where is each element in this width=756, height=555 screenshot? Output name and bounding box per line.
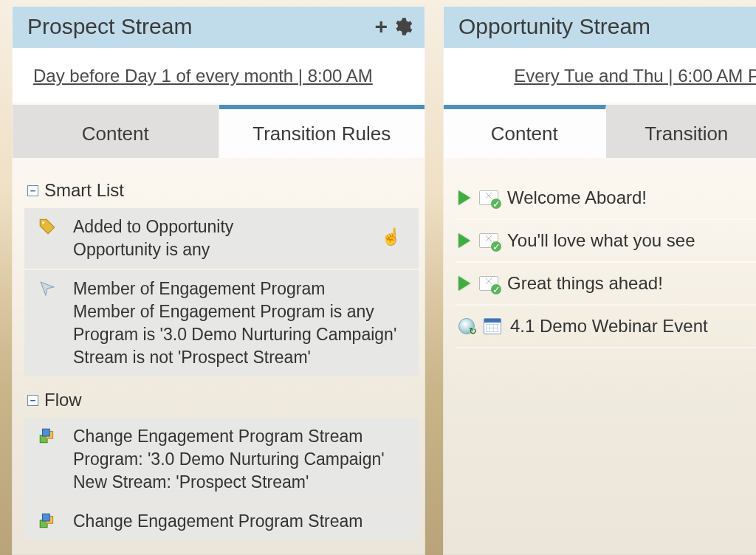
- cadence-bar[interactable]: Every Tue and Thu | 6:00 AM P: [444, 48, 756, 105]
- gear-icon[interactable]: [392, 16, 413, 37]
- content-list: Welcome Aboard! You'll love what you see…: [444, 158, 756, 554]
- tab-transition-rules[interactable]: Transition: [606, 105, 757, 158]
- section-heading: Smart List: [44, 180, 124, 201]
- stream-header: Prospect Stream +: [13, 7, 425, 48]
- cadence-text[interactable]: Day before Day 1 of every month | 8:00 A…: [33, 66, 373, 86]
- step-text: Change Engagement Program Stream: [73, 510, 410, 533]
- play-icon: [458, 276, 470, 291]
- content-item-label: 4.1 Demo Webinar Event: [510, 316, 708, 337]
- content-item-label: Great things ahead!: [507, 273, 663, 294]
- flow-step[interactable]: Change Engagement Program Stream Program…: [24, 418, 419, 501]
- smart-list-rule[interactable]: Added to Opportunity Opportunity is any …: [24, 208, 419, 269]
- collapse-icon[interactable]: −: [27, 185, 38, 196]
- content-item[interactable]: 4.1 Demo Webinar Event: [456, 306, 756, 348]
- tabs: Content Transition: [444, 105, 756, 158]
- play-icon: [458, 190, 470, 205]
- content-item-label: Welcome Aboard!: [507, 187, 647, 208]
- svg-rect-6: [43, 514, 50, 522]
- collapse-icon[interactable]: −: [27, 395, 38, 406]
- cadence-bar[interactable]: Day before Day 1 of every month | 8:00 A…: [13, 48, 425, 105]
- stream-title: Prospect Stream: [27, 14, 192, 39]
- flow-step[interactable]: Change Engagement Program Stream: [24, 503, 419, 540]
- email-icon: [479, 276, 498, 291]
- play-icon: [458, 233, 470, 248]
- rule-text: Member of Engagement Program Member of E…: [73, 278, 410, 369]
- stream-panel-prospect: Prospect Stream + Day before Day 1 of ev…: [12, 6, 425, 555]
- step-text: Change Engagement Program Stream Program…: [73, 425, 410, 494]
- section-flow[interactable]: − Flow: [24, 387, 419, 418]
- tag-icon: [38, 216, 60, 236]
- content-item[interactable]: Welcome Aboard!: [456, 177, 756, 220]
- globe-refresh-icon: [458, 318, 475, 334]
- svg-point-0: [42, 221, 44, 224]
- section-smart-list[interactable]: − Smart List: [24, 177, 419, 208]
- rule-text: Added to Opportunity Opportunity is any …: [73, 216, 410, 261]
- calendar-icon: [484, 318, 501, 334]
- tab-transition-rules[interactable]: Transition Rules: [219, 105, 425, 158]
- content-item[interactable]: You'll love what you see: [456, 220, 756, 263]
- section-heading: Flow: [44, 390, 82, 410]
- cadence-text[interactable]: Every Tue and Thu | 6:00 AM P: [514, 66, 756, 86]
- transition-rules-body: − Smart List Added to Opportunity Opport…: [13, 158, 425, 554]
- cubes-icon: [38, 510, 60, 531]
- tabs: Content Transition Rules: [13, 105, 425, 158]
- content-item-label: You'll love what you see: [507, 230, 695, 251]
- stream-actions: +: [374, 15, 413, 38]
- tab-content[interactable]: Content: [444, 105, 606, 158]
- tab-content[interactable]: Content: [13, 105, 219, 158]
- email-icon: [479, 233, 498, 248]
- content-item[interactable]: Great things ahead!: [456, 263, 756, 306]
- cubes-icon: [38, 425, 60, 446]
- stream-header: Opportunity Stream: [444, 7, 756, 48]
- cursor-hand-icon: ☝: [381, 226, 401, 248]
- stream-panel-opportunity: Opportunity Stream Every Tue and Thu | 6…: [443, 6, 756, 555]
- arrow-icon: [38, 278, 60, 298]
- plus-icon[interactable]: +: [374, 15, 388, 38]
- stream-title: Opportunity Stream: [458, 14, 650, 39]
- svg-rect-3: [43, 430, 50, 437]
- email-icon: [479, 190, 498, 205]
- smart-list-rule[interactable]: Member of Engagement Program Member of E…: [24, 270, 419, 376]
